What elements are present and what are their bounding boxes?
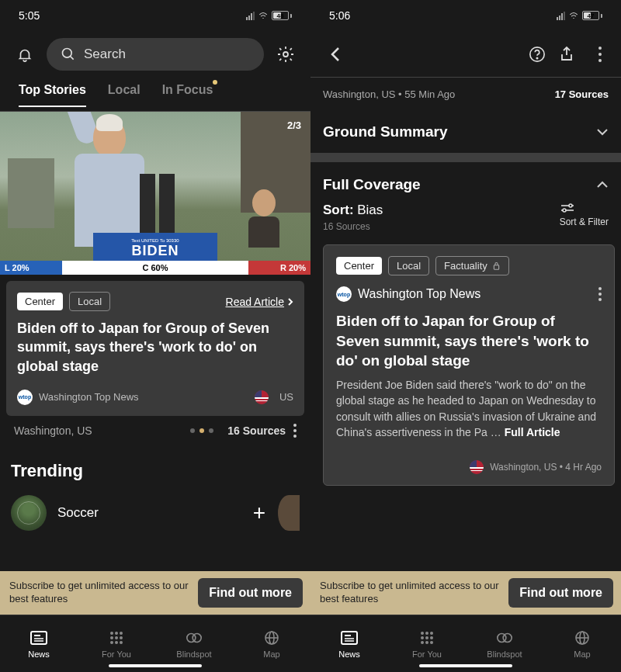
grid-icon: [418, 629, 435, 646]
trending-heading: Trending: [11, 461, 300, 481]
share-button[interactable]: [554, 42, 579, 67]
ground-summary-toggle[interactable]: Ground Summary: [310, 111, 621, 153]
source-name: Washington Top News: [39, 391, 139, 403]
card-more-button[interactable]: [598, 287, 602, 301]
chevron-down-icon: [596, 128, 609, 136]
help-icon: [529, 46, 546, 63]
more-button[interactable]: [293, 424, 297, 438]
help-button[interactable]: [525, 42, 550, 67]
source-logo: wtop: [17, 390, 33, 405]
subscribe-button[interactable]: Find out more: [508, 578, 613, 608]
svg-rect-27: [494, 265, 498, 270]
nav-map[interactable]: Map: [233, 615, 310, 672]
status-time: 5:06: [329, 9, 350, 22]
nav-news[interactable]: News: [0, 615, 78, 672]
story-title: Biden off to Japan for Group of Seven su…: [17, 319, 293, 376]
story-card[interactable]: Center Local Read Article Biden off to J…: [6, 281, 304, 416]
pill-center[interactable]: Center: [336, 257, 382, 275]
read-article-link[interactable]: Read Article: [226, 296, 293, 308]
more-button[interactable]: [584, 42, 609, 67]
nav-map[interactable]: Map: [543, 615, 621, 672]
notifications-button[interactable]: [12, 42, 37, 67]
svg-point-7: [110, 632, 113, 635]
trending-item[interactable]: Soccer +: [11, 495, 300, 531]
flag-icon: [470, 460, 484, 474]
status-right: 48: [246, 10, 292, 21]
sort-sources-count: 16 Sources: [323, 221, 383, 232]
pill-local[interactable]: Local: [69, 292, 110, 311]
header: Search: [0, 31, 310, 78]
svg-point-36: [425, 636, 428, 639]
full-coverage-toggle[interactable]: Full Coverage: [310, 162, 621, 196]
add-topic-button[interactable]: +: [253, 501, 265, 525]
status-time: 5:05: [19, 9, 40, 22]
trending-thumb: [11, 495, 47, 531]
status-bar: 5:05 48: [0, 0, 310, 31]
news-icon: [30, 629, 47, 646]
source-logo: wtop: [336, 286, 352, 302]
full-article-link[interactable]: Full Article: [505, 426, 560, 438]
svg-point-13: [110, 641, 113, 644]
back-button[interactable]: [323, 42, 348, 67]
home-indicator[interactable]: [419, 664, 512, 667]
svg-point-0: [63, 49, 72, 58]
svg-point-14: [115, 641, 118, 644]
gear-icon: [276, 45, 295, 64]
sort-row: Sort: Bias 16 Sources Sort & Filter: [310, 196, 621, 235]
svg-point-24: [569, 204, 572, 207]
battery-icon: 48: [272, 11, 292, 20]
tab-local[interactable]: Local: [108, 83, 141, 106]
search-input[interactable]: Search: [47, 38, 264, 71]
home-indicator[interactable]: [109, 664, 202, 667]
bottom-nav: News For You Blindspot Map: [0, 615, 310, 672]
sort-value[interactable]: Bias: [357, 203, 383, 217]
globe-icon: [263, 629, 280, 646]
cellular-icon: [557, 12, 565, 20]
sliders-icon: [560, 203, 575, 213]
tabs: Top Stories Local In Focus: [0, 78, 310, 112]
search-placeholder: Search: [84, 47, 126, 62]
sources-count[interactable]: 16 Sources: [227, 424, 286, 437]
svg-point-11: [115, 636, 118, 639]
subscribe-banner: Subscribe to get unlimited access to our…: [0, 571, 310, 615]
pill-factuality[interactable]: Factuality: [435, 256, 509, 275]
status-bar: 5:06 47: [310, 0, 621, 31]
country-label: US: [279, 391, 293, 403]
bottom-nav: News For You Blindspot Map: [310, 615, 621, 672]
share-icon: [559, 46, 574, 63]
story-meta: Washington, US 16 Sources: [0, 416, 310, 445]
screen-article: 5:06 47 Washington, US • 55 Min Ago 17 S…: [310, 0, 621, 672]
carousel-dots[interactable]: [190, 428, 213, 433]
pill-local[interactable]: Local: [388, 256, 429, 275]
svg-line-1: [71, 57, 74, 60]
svg-point-2: [283, 52, 288, 57]
svg-point-40: [430, 641, 433, 644]
trending-next-peek[interactable]: [278, 495, 300, 531]
sort-filter-button[interactable]: Sort & Filter: [560, 203, 609, 227]
pill-center[interactable]: Center: [17, 293, 63, 310]
blindspot-icon: [496, 629, 513, 646]
battery-icon: 47: [582, 11, 602, 20]
hero-carousel[interactable]: Text UNITED To 30330BIDEN 2/3 L 20% C 60…: [0, 112, 310, 275]
source-name: Washington Top News: [358, 287, 480, 301]
svg-point-37: [430, 636, 433, 639]
chevron-left-icon: [330, 46, 341, 63]
flag-icon: [255, 390, 269, 404]
article-header: [310, 31, 621, 78]
svg-rect-3: [31, 632, 47, 644]
tab-in-focus[interactable]: In Focus: [162, 83, 213, 106]
news-icon: [341, 629, 358, 646]
tab-top-stories[interactable]: Top Stories: [19, 83, 86, 106]
subscribe-text: Subscribe to get unlimited access to our…: [320, 580, 501, 606]
settings-button[interactable]: [273, 42, 298, 67]
svg-point-17: [193, 633, 201, 642]
subscribe-button[interactable]: Find out more: [198, 578, 303, 608]
chevron-up-icon: [596, 181, 609, 189]
story-location: Washington, US: [14, 424, 92, 437]
nav-news[interactable]: News: [310, 615, 388, 672]
article-meta-header: Washington, US • 55 Min Ago 17 Sources: [310, 78, 621, 111]
coverage-article-card[interactable]: Center Local Factuality wtop Washington …: [323, 244, 615, 486]
article-location-time: Washington, US • 55 Min Ago: [323, 88, 455, 100]
svg-point-35: [421, 636, 424, 639]
article-sources-count[interactable]: 17 Sources: [555, 88, 609, 100]
